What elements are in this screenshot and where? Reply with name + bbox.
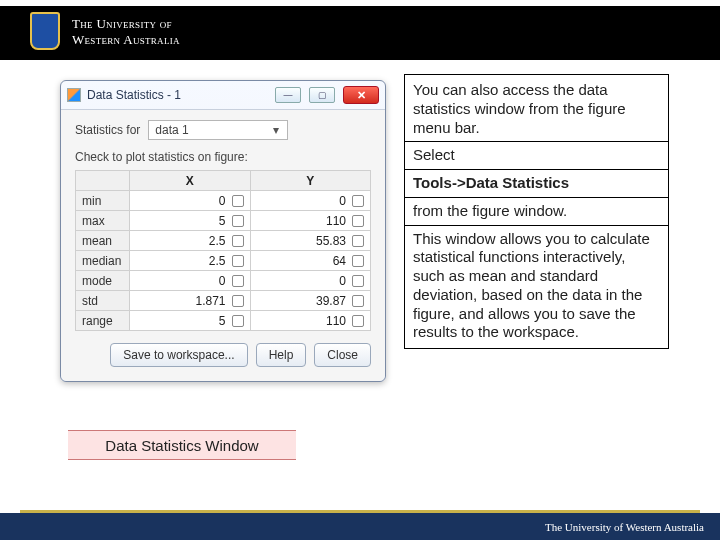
stat-y-value: 110 — [326, 214, 346, 228]
stat-name: range — [76, 311, 130, 331]
help-button[interactable]: Help — [256, 343, 307, 367]
stat-y-value: 0 — [339, 274, 346, 288]
plot-x-checkbox[interactable] — [232, 255, 244, 267]
stat-x-value: 2.5 — [209, 254, 226, 268]
window-title: Data Statistics - 1 — [87, 88, 267, 102]
stat-x-value: 0 — [219, 274, 226, 288]
stat-x-cell: 0 — [130, 191, 251, 211]
stat-x-cell: 5 — [130, 311, 251, 331]
data-statistics-window: Data Statistics - 1 — ▢ ✕ Statistics for… — [60, 80, 386, 382]
figure-caption: Data Statistics Window — [68, 430, 296, 460]
plot-x-checkbox[interactable] — [232, 275, 244, 287]
table-row: min00 — [76, 191, 371, 211]
plot-x-checkbox[interactable] — [232, 215, 244, 227]
table-row: range5110 — [76, 311, 371, 331]
university-name: The University of Western Australia — [72, 16, 180, 48]
save-to-workspace-button[interactable]: Save to workspace... — [110, 343, 247, 367]
stat-x-cell: 2.5 — [130, 231, 251, 251]
chevron-down-icon: ▾ — [269, 123, 283, 137]
stat-x-cell: 1.871 — [130, 291, 251, 311]
stats-for-row: Statistics for data 1 ▾ — [75, 120, 371, 140]
stat-y-cell: 55.83 — [250, 231, 371, 251]
table-row: max5110 — [76, 211, 371, 231]
plot-x-checkbox[interactable] — [232, 195, 244, 207]
col-header-x: X — [130, 171, 251, 191]
table-row: median2.564 — [76, 251, 371, 271]
footer: The University of Western Australia — [0, 510, 720, 540]
stat-x-cell: 5 — [130, 211, 251, 231]
table-row: std1.87139.87 — [76, 291, 371, 311]
plot-y-checkbox[interactable] — [352, 235, 364, 247]
window-titlebar: Data Statistics - 1 — ▢ ✕ — [61, 81, 385, 109]
series-selected-value: data 1 — [155, 123, 188, 137]
stat-name: min — [76, 191, 130, 211]
plot-y-checkbox[interactable] — [352, 255, 364, 267]
stat-y-value: 39.87 — [316, 294, 346, 308]
stat-y-cell: 110 — [250, 211, 371, 231]
plot-y-checkbox[interactable] — [352, 215, 364, 227]
stat-name: max — [76, 211, 130, 231]
window-body: Statistics for data 1 ▾ Check to plot st… — [61, 109, 385, 381]
stat-name: median — [76, 251, 130, 271]
stat-x-value: 2.5 — [209, 234, 226, 248]
plot-x-checkbox[interactable] — [232, 295, 244, 307]
stat-x-value: 1.871 — [195, 294, 225, 308]
stat-x-value: 0 — [219, 194, 226, 208]
stat-y-cell: 64 — [250, 251, 371, 271]
minimize-button[interactable]: — — [275, 87, 301, 103]
plot-x-checkbox[interactable] — [232, 315, 244, 327]
stat-y-cell: 110 — [250, 311, 371, 331]
stats-table: X Y min00max5110mean2.555.83median2.564m… — [75, 170, 371, 331]
slide-body: Data Statistics - 1 — ▢ ✕ Statistics for… — [0, 60, 720, 510]
stat-x-value: 5 — [219, 314, 226, 328]
stats-for-label: Statistics for — [75, 123, 140, 137]
explanation-p2: Select — [413, 146, 660, 165]
table-corner — [76, 171, 130, 191]
series-select[interactable]: data 1 ▾ — [148, 120, 288, 140]
footer-bar: The University of Western Australia — [0, 513, 720, 540]
stat-x-value: 5 — [219, 214, 226, 228]
close-button[interactable]: Close — [314, 343, 371, 367]
explanation-p4: from the figure window. — [413, 202, 660, 221]
stat-name: std — [76, 291, 130, 311]
window-button-row: Save to workspace... Help Close — [75, 343, 371, 367]
header-band: The University of Western Australia — [0, 0, 720, 60]
plot-x-checkbox[interactable] — [232, 235, 244, 247]
maximize-button[interactable]: ▢ — [309, 87, 335, 103]
close-window-button[interactable]: ✕ — [343, 86, 379, 104]
explanation-p5: This window allows you to calculate stat… — [413, 230, 660, 343]
stat-name: mode — [76, 271, 130, 291]
stat-name: mean — [76, 231, 130, 251]
plot-stats-subcaption: Check to plot statistics on figure: — [75, 150, 371, 164]
explanation-p3: Tools->Data Statistics — [413, 174, 660, 193]
footer-text: The University of Western Australia — [545, 521, 704, 533]
stat-x-cell: 2.5 — [130, 251, 251, 271]
table-row: mode00 — [76, 271, 371, 291]
plot-y-checkbox[interactable] — [352, 275, 364, 287]
plot-y-checkbox[interactable] — [352, 195, 364, 207]
university-line2: Western Australia — [72, 32, 180, 47]
col-header-y: Y — [250, 171, 371, 191]
stat-y-cell: 0 — [250, 271, 371, 291]
stat-y-value: 64 — [333, 254, 346, 268]
table-row: mean2.555.83 — [76, 231, 371, 251]
explanation-textbox: You can also access the data statistics … — [404, 74, 669, 349]
stat-y-value: 0 — [339, 194, 346, 208]
stat-x-cell: 0 — [130, 271, 251, 291]
plot-y-checkbox[interactable] — [352, 315, 364, 327]
stat-y-value: 110 — [326, 314, 346, 328]
plot-y-checkbox[interactable] — [352, 295, 364, 307]
explanation-p1: You can also access the data statistics … — [413, 81, 660, 137]
university-line1: The University of — [72, 16, 172, 31]
matlab-app-icon — [67, 88, 81, 102]
stat-y-cell: 39.87 — [250, 291, 371, 311]
stat-y-cell: 0 — [250, 191, 371, 211]
uwa-crest-icon — [30, 12, 60, 50]
stat-y-value: 55.83 — [316, 234, 346, 248]
